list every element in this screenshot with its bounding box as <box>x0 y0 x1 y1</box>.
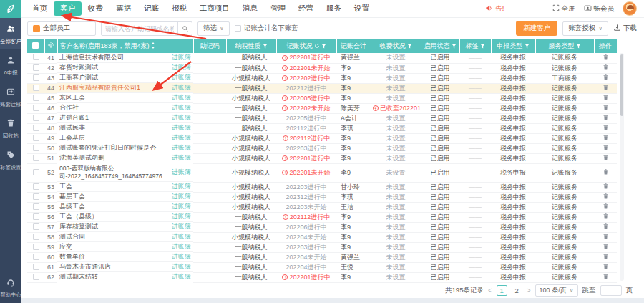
delete-icon[interactable] <box>602 104 609 111</box>
sidebar-item-recycle-bin[interactable]: 回收站 <box>0 112 21 144</box>
refresh-icon[interactable] <box>313 42 320 49</box>
sidebar-item-tag-settings[interactable]: 标签设置 <box>0 144 21 175</box>
row-checkbox[interactable] <box>33 115 39 121</box>
member-badge[interactable]: 畅会员 <box>584 4 615 14</box>
row-checkbox[interactable] <box>33 264 39 270</box>
search-button[interactable] <box>177 22 192 35</box>
open-ledger-link[interactable]: 进账簿 <box>172 168 191 177</box>
column-header[interactable]: 收费状况 <box>371 39 421 53</box>
nav-item-operations[interactable]: 经营 <box>292 2 320 15</box>
row-checkbox[interactable] <box>33 223 39 230</box>
delete-icon[interactable] <box>602 168 609 175</box>
open-ledger-link[interactable]: 进账簿 <box>172 143 191 153</box>
column-header[interactable]: 助记码 <box>193 39 226 53</box>
open-ledger-link[interactable]: 进账簿 <box>172 93 191 102</box>
row-checkbox[interactable] <box>33 203 39 210</box>
delete-icon[interactable] <box>602 134 609 141</box>
delete-icon[interactable] <box>602 144 609 151</box>
accountant-scope-checkbox[interactable]: 记账会计名下账套 <box>235 24 298 33</box>
nav-item-fees[interactable]: 收费 <box>82 2 109 15</box>
sidebar-item-all-customers[interactable]: 全部客户 <box>0 18 21 49</box>
nav-item-business-projects[interactable]: 工商项目 <box>193 2 236 15</box>
open-ledger-link[interactable]: 进账簿 <box>172 242 191 251</box>
filter-funnel-icon[interactable] <box>450 42 457 49</box>
nav-item-home[interactable]: 首页 <box>26 2 54 15</box>
row-checkbox[interactable] <box>33 274 39 280</box>
open-ledger-link[interactable]: 进账簿 <box>172 73 191 82</box>
sidebar-item-help-center[interactable]: 帮助中心 <box>0 271 21 303</box>
row-checkbox[interactable] <box>33 54 39 60</box>
open-ledger-link[interactable]: 进账簿 <box>172 262 191 271</box>
open-ledger-link[interactable]: 进账簿 <box>172 153 191 163</box>
delete-icon[interactable] <box>602 223 609 230</box>
open-ledger-link[interactable]: 进账簿 <box>172 133 191 143</box>
row-checkbox[interactable] <box>33 234 39 240</box>
row-checkbox[interactable] <box>33 193 39 200</box>
open-ledger-link[interactable]: 进账簿 <box>172 182 191 191</box>
open-ledger-link[interactable]: 进账簿 <box>172 232 191 241</box>
column-header[interactable]: 启用状态 <box>421 39 459 53</box>
column-header[interactable]: 标签 <box>459 39 491 53</box>
ledger-auth-dropdown[interactable]: 账套授权 ∨ <box>562 21 608 36</box>
filter-dropdown[interactable]: 筛选 ∨ <box>197 21 230 36</box>
sidebar-item-ledger-migrate[interactable]: 账套迁移 <box>0 81 21 112</box>
column-header[interactable]: 服务类型 <box>535 39 594 53</box>
row-checkbox[interactable] <box>33 155 39 161</box>
open-ledger-link[interactable]: 进账簿 <box>172 83 191 92</box>
open-ledger-link[interactable]: 进账簿 <box>172 113 191 122</box>
filter-funnel-icon[interactable] <box>575 42 581 49</box>
new-customer-button[interactable]: 新建客户 <box>516 21 557 36</box>
table-scrollbar[interactable] <box>620 53 624 281</box>
gear-icon[interactable] <box>47 43 54 50</box>
scrollbar-thumb[interactable] <box>620 54 623 116</box>
filter-funnel-icon[interactable] <box>479 42 485 49</box>
nav-item-messages[interactable]: 消息 <box>236 2 264 15</box>
fullscreen-button[interactable]: 全屏 <box>552 4 575 14</box>
open-ledger-link[interactable]: 进账簿 <box>172 222 191 231</box>
delete-icon[interactable] <box>602 64 609 71</box>
column-header[interactable]: 客户名称(启用183家，禁用4家) <box>57 39 193 53</box>
jump-page-input[interactable] <box>600 285 622 296</box>
delete-icon[interactable] <box>602 94 609 101</box>
open-ledger-link[interactable]: 进账簿 <box>172 252 191 261</box>
announcement[interactable]: 告! <box>485 4 504 14</box>
delete-icon[interactable] <box>602 84 609 91</box>
page-size-select[interactable]: 100 条/页 ∨ <box>535 284 578 297</box>
row-checkbox[interactable] <box>33 105 39 111</box>
row-checkbox[interactable] <box>33 254 39 260</box>
open-ledger-link[interactable]: 进账簿 <box>172 272 191 282</box>
sort-icon[interactable] <box>150 42 155 49</box>
delete-icon[interactable] <box>602 114 609 121</box>
row-checkbox[interactable] <box>33 244 39 250</box>
user-avatar[interactable] <box>623 1 637 16</box>
nav-item-customers[interactable]: 客户 <box>54 1 82 16</box>
delete-icon[interactable] <box>602 154 609 161</box>
row-checkbox[interactable] <box>33 135 39 141</box>
delete-icon[interactable] <box>602 233 609 240</box>
delete-icon[interactable] <box>602 74 609 81</box>
row-checkbox[interactable] <box>33 85 39 91</box>
nav-item-bookkeeping[interactable]: 记账 <box>137 2 165 15</box>
open-ledger-link[interactable]: 进账簿 <box>172 212 191 221</box>
row-checkbox[interactable] <box>33 183 39 190</box>
open-ledger-link[interactable]: 进账簿 <box>172 63 191 72</box>
open-ledger-link[interactable]: 进账簿 <box>172 192 191 201</box>
column-header[interactable]: 记账会计 <box>336 39 371 53</box>
nav-item-tax[interactable]: 报税 <box>165 2 193 15</box>
nav-item-invoices[interactable]: 票据 <box>109 2 137 15</box>
delete-icon[interactable] <box>602 183 609 190</box>
row-checkbox[interactable] <box>33 213 39 220</box>
app-logo-icon[interactable] <box>0 0 21 18</box>
sidebar-item-zero-declare[interactable]: 0申报 <box>0 49 21 81</box>
row-checkbox[interactable] <box>33 64 39 71</box>
open-ledger-link[interactable]: 进账簿 <box>172 53 191 62</box>
delete-icon[interactable] <box>602 203 609 210</box>
column-header[interactable]: 操作 <box>594 39 617 53</box>
row-checkbox[interactable] <box>33 145 39 151</box>
prev-page-button[interactable]: < <box>488 287 492 294</box>
delete-icon[interactable] <box>602 213 609 220</box>
filter-funnel-icon[interactable] <box>406 42 412 49</box>
delete-icon[interactable] <box>602 263 609 270</box>
search-input[interactable] <box>102 25 177 32</box>
delete-icon[interactable] <box>602 243 609 250</box>
